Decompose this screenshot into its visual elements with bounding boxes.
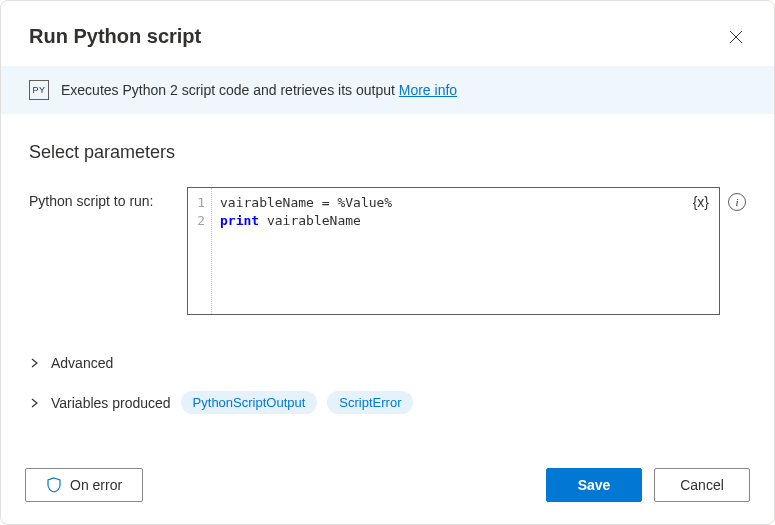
cancel-button[interactable]: Cancel	[654, 468, 750, 502]
on-error-button[interactable]: On error	[25, 468, 143, 502]
info-icon[interactable]: i	[728, 193, 746, 211]
info-text: Executes Python 2 script code and retrie…	[61, 82, 399, 98]
script-input[interactable]: 1 2 vairableName = %Value% print vairabl…	[187, 187, 720, 315]
tag-python-output[interactable]: PythonScriptOutput	[181, 391, 318, 414]
close-icon	[729, 30, 743, 44]
advanced-expander[interactable]: Advanced	[29, 345, 746, 381]
code-body[interactable]: vairableName = %Value% print vairableNam…	[212, 188, 400, 314]
on-error-label: On error	[70, 477, 122, 493]
python-icon: PY	[29, 80, 49, 100]
param-label-script: Python script to run:	[29, 187, 179, 209]
variables-produced-expander[interactable]: Variables produced PythonScriptOutput Sc…	[29, 381, 746, 424]
tag-script-error[interactable]: ScriptError	[327, 391, 413, 414]
variables-produced-label: Variables produced	[51, 395, 171, 411]
insert-variable-button[interactable]: {x}	[693, 194, 709, 210]
section-title: Select parameters	[29, 142, 746, 163]
chevron-right-icon	[29, 397, 41, 409]
more-info-link[interactable]: More info	[399, 82, 457, 98]
shield-icon	[46, 477, 62, 493]
close-button[interactable]	[726, 27, 746, 47]
dialog-title: Run Python script	[29, 25, 201, 48]
chevron-right-icon	[29, 357, 41, 369]
save-button[interactable]: Save	[546, 468, 642, 502]
code-gutter: 1 2	[188, 188, 212, 314]
advanced-label: Advanced	[51, 355, 113, 371]
info-bar: PY Executes Python 2 script code and ret…	[1, 66, 774, 114]
